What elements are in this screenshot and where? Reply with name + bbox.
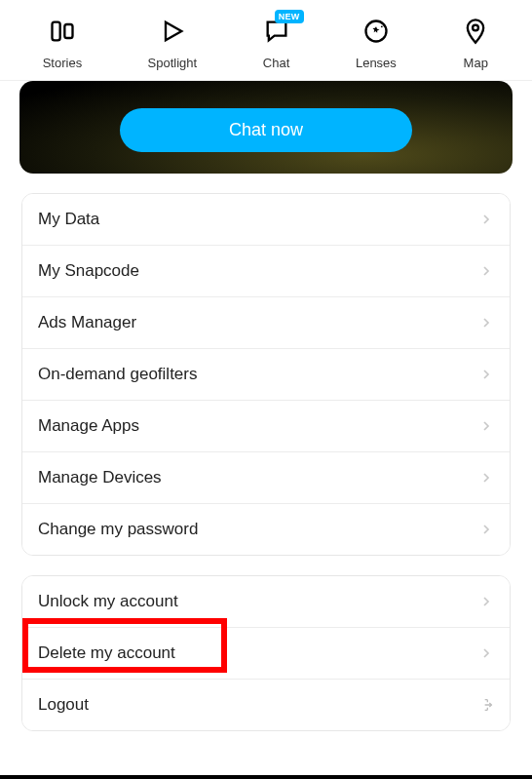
hero-panel: Chat now (19, 81, 513, 174)
top-nav: Stories Spotlight NEW Chat Lenses Map (0, 0, 532, 81)
nav-lenses[interactable]: Lenses (356, 18, 397, 70)
item-label: My Snapcode (38, 261, 139, 281)
chevron-right-icon (478, 212, 494, 227)
map-icon (462, 18, 489, 48)
nav-label: Map (464, 56, 488, 70)
nav-chat[interactable]: NEW Chat (263, 18, 290, 70)
chat-now-button[interactable]: Chat now (120, 108, 412, 152)
item-label: Logout (38, 695, 89, 715)
item-manage-devices[interactable]: Manage Devices (22, 452, 510, 504)
chevron-right-icon (478, 315, 494, 331)
settings-list-2: Unlock my account Delete my account Logo… (21, 575, 511, 731)
chat-icon: NEW (263, 18, 290, 48)
svg-rect-1 (64, 24, 72, 38)
stories-icon (49, 18, 76, 48)
logout-icon (478, 697, 494, 713)
item-label: Ads Manager (38, 313, 136, 332)
item-geofilters[interactable]: On-demand geofilters (22, 349, 510, 401)
item-delete-account[interactable]: Delete my account (22, 628, 510, 680)
nav-label: Lenses (356, 56, 397, 70)
item-label: Delete my account (38, 643, 175, 663)
item-manage-apps[interactable]: Manage Apps (22, 401, 510, 452)
item-logout[interactable]: Logout (22, 680, 510, 730)
item-change-password[interactable]: Change my password (22, 504, 510, 555)
item-label: Change my password (38, 520, 198, 539)
nav-map[interactable]: Map (462, 18, 489, 70)
new-badge: NEW (275, 10, 304, 23)
nav-stories[interactable]: Stories (43, 18, 82, 70)
item-label: Manage Devices (38, 468, 162, 487)
item-label: Unlock my account (38, 592, 178, 611)
nav-label: Spotlight (148, 56, 198, 70)
item-ads-manager[interactable]: Ads Manager (22, 297, 510, 349)
chevron-right-icon (478, 263, 494, 279)
chevron-right-icon (478, 418, 494, 434)
nav-spotlight[interactable]: Spotlight (148, 18, 198, 70)
svg-point-5 (473, 25, 478, 31)
chevron-right-icon (478, 367, 494, 382)
nav-label: Stories (43, 56, 82, 70)
item-my-snapcode[interactable]: My Snapcode (22, 246, 510, 297)
item-my-data[interactable]: My Data (22, 194, 510, 246)
footer-divider (0, 775, 532, 779)
item-label: Manage Apps (38, 416, 139, 436)
chevron-right-icon (478, 645, 494, 661)
item-label: On-demand geofilters (38, 365, 197, 384)
lenses-icon (362, 18, 390, 48)
chevron-right-icon (478, 522, 494, 537)
spotlight-icon (159, 18, 186, 48)
svg-point-4 (381, 25, 383, 27)
svg-marker-2 (166, 22, 181, 41)
svg-rect-0 (52, 22, 59, 41)
item-label: My Data (38, 210, 99, 229)
chevron-right-icon (478, 594, 494, 609)
nav-label: Chat (263, 56, 289, 70)
chevron-right-icon (478, 470, 494, 486)
item-unlock-account[interactable]: Unlock my account (22, 576, 510, 628)
settings-list-1: My Data My Snapcode Ads Manager On-deman… (21, 193, 511, 556)
